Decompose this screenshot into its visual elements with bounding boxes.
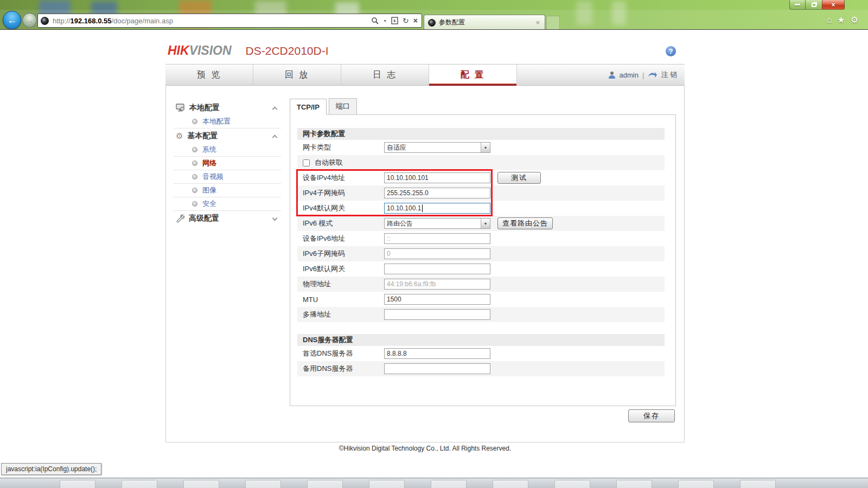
auto-obtain-checkbox[interactable] [303, 159, 310, 166]
ipv6-address-input [384, 233, 490, 244]
tab-tcpip[interactable]: TCP/IP [290, 99, 327, 115]
browser-chrome: × ← → http://192.168.0.55/doc/page/main.… [0, 0, 868, 30]
basic-config-gear-icon: ⚙ [176, 132, 183, 140]
multicast-input[interactable] [384, 309, 490, 320]
taskbar-item[interactable] [493, 480, 528, 488]
taskbar-item[interactable] [740, 480, 776, 488]
tab-configuration[interactable]: 配 置 [429, 65, 517, 85]
favorites-star-icon[interactable]: ★ [837, 16, 845, 24]
url-text[interactable]: http://192.168.0.55/doc/page/main.asp [53, 17, 371, 25]
sidebar-link[interactable]: 系统 [202, 145, 216, 155]
row-ipv4-gateway: IPv4默认网关 [297, 201, 665, 216]
select-arrow-icon[interactable]: ▼ [481, 219, 490, 228]
taskbar-item[interactable] [245, 480, 281, 488]
search-dropdown-icon[interactable]: ▼ [383, 19, 387, 23]
bullet-icon [192, 147, 197, 152]
minimize-button[interactable] [789, 0, 806, 10]
content-tabs: TCP/IP 端口 [290, 100, 359, 115]
tab-log[interactable]: 日 志 [341, 65, 429, 85]
user-area: admin | 注 销 [608, 65, 685, 85]
ipv4-gateway-input[interactable] [384, 203, 490, 214]
taskbar-item[interactable] [431, 480, 467, 488]
sidebar-link[interactable]: 安全 [202, 199, 216, 209]
row-nic-type: 网卡类型 自适应 ▼ [297, 140, 665, 155]
row-ipv6-mask: IPv6子网掩码 [297, 246, 665, 261]
back-button[interactable]: ← [3, 11, 21, 29]
help-button[interactable]: ? [666, 46, 676, 56]
selected-value: 路由公告 [385, 219, 481, 228]
ipv6-mode-select[interactable]: 路由公告 ▼ [384, 218, 490, 229]
tab-playback[interactable]: 回 放 [253, 65, 341, 85]
ipv6-gateway-input[interactable] [384, 264, 490, 274]
sidebar-link[interactable]: 图像 [202, 185, 216, 195]
taskbar-item[interactable] [60, 480, 95, 488]
ipv4-mask-input[interactable] [384, 188, 490, 198]
sidebar-item-system[interactable]: 系统 [174, 143, 281, 157]
taskbar-item[interactable] [307, 480, 343, 488]
browser-tab[interactable]: 参数配置 × [424, 15, 545, 30]
save-button[interactable]: 保存 [628, 409, 675, 422]
nic-rows: 网卡类型 自适应 ▼ 自动获取 设备IPv4地址 测试 IPv4子网掩码 [297, 140, 665, 322]
browser-command-icons: ⌂ ★ ⚙ [827, 16, 858, 24]
row-mtu: MTU [297, 292, 665, 307]
row-mac-address: 物理地址 [297, 277, 665, 292]
refresh-icon[interactable]: ↻ [403, 17, 409, 24]
status-bar-tooltip: javascript:ia(IpConfig).update(); [1, 463, 101, 475]
copyright-text: ©Hikvision Digital Technology Co., Ltd. … [165, 445, 685, 452]
taskbar-item[interactable] [678, 480, 714, 488]
sidebar-item-local-config[interactable]: 本地配置 [174, 115, 281, 129]
sidebar-group-basic-config[interactable]: ⚙ 基本配置 [174, 129, 281, 143]
stop-icon[interactable]: × [413, 17, 418, 24]
sidebar-link-active[interactable]: 网络 [202, 158, 216, 168]
nic-type-select[interactable]: 自适应 ▼ [384, 142, 490, 153]
sidebar-item-network[interactable]: 网络 [174, 157, 281, 170]
field-label: IPv6子网掩码 [303, 249, 384, 259]
address-bar-icons: ▼ ↻ × [371, 17, 419, 24]
dns-section-header: DNS服务器配置 [297, 334, 665, 346]
tab-close-icon[interactable]: × [534, 18, 541, 27]
search-icon[interactable] [371, 17, 379, 24]
settings-gear-icon[interactable]: ⚙ [851, 16, 858, 24]
nic-section-header: 网卡参数配置 [297, 128, 665, 140]
field-label: 多播地址 [303, 310, 384, 319]
field-label: 自动获取 [315, 158, 396, 168]
tab-preview[interactable]: 预 览 [165, 65, 253, 85]
row-multicast: 多播地址 [297, 307, 665, 322]
home-icon[interactable]: ⌂ [827, 16, 832, 24]
taskbar-item[interactable] [554, 480, 590, 488]
compatibility-view-icon[interactable] [391, 17, 398, 24]
sidebar-item-audio-video[interactable]: 音视频 [174, 170, 281, 184]
taskbar-item[interactable] [122, 480, 157, 488]
ipv4-address-input[interactable] [384, 172, 490, 183]
sidebar-link[interactable]: 本地配置 [202, 117, 231, 126]
field-label: IPv6 模式 [303, 219, 384, 228]
dns-primary-input[interactable] [384, 348, 490, 359]
logout-link[interactable]: 注 销 [661, 70, 677, 80]
mtu-input[interactable] [384, 294, 490, 305]
address-bar[interactable]: http://192.168.0.55/doc/page/main.asp ▼ … [37, 14, 422, 28]
taskbar[interactable] [0, 478, 868, 488]
taskbar-item[interactable] [616, 480, 652, 488]
sidebar-group-advanced-config[interactable]: 高级配置 [174, 211, 281, 226]
view-router-advertisement-button[interactable]: 查看路由公告 [497, 217, 553, 229]
taskbar-item[interactable] [183, 480, 219, 488]
bullet-icon [192, 201, 197, 207]
sidebar-item-security[interactable]: 安全 [174, 197, 281, 211]
dns-secondary-input[interactable] [384, 363, 490, 374]
taskbar-item[interactable] [369, 480, 405, 488]
sidebar-item-image[interactable]: 图像 [174, 184, 281, 197]
tab-port[interactable]: 端口 [329, 98, 357, 115]
select-arrow-icon[interactable]: ▼ [481, 143, 490, 152]
sidebar-link[interactable]: 音视频 [202, 172, 224, 182]
tcpip-panel: 网卡参数配置 网卡类型 自适应 ▼ 自动获取 设备IPv4地址 测试 IPv4子… [290, 114, 676, 406]
row-dns-primary: 首选DNS服务器 [297, 346, 665, 361]
close-button[interactable]: × [822, 0, 845, 10]
test-button[interactable]: 测试 [497, 172, 541, 184]
new-tab-button[interactable] [546, 16, 560, 30]
sidebar-group-local-config[interactable]: 本地配置 [174, 100, 281, 115]
row-auto-obtain: 自动获取 [297, 155, 665, 170]
restore-button[interactable] [806, 0, 822, 10]
hikvision-logo: HIKVISION [168, 43, 232, 58]
forward-button[interactable]: → [22, 13, 37, 28]
forward-icon: → [26, 16, 34, 25]
